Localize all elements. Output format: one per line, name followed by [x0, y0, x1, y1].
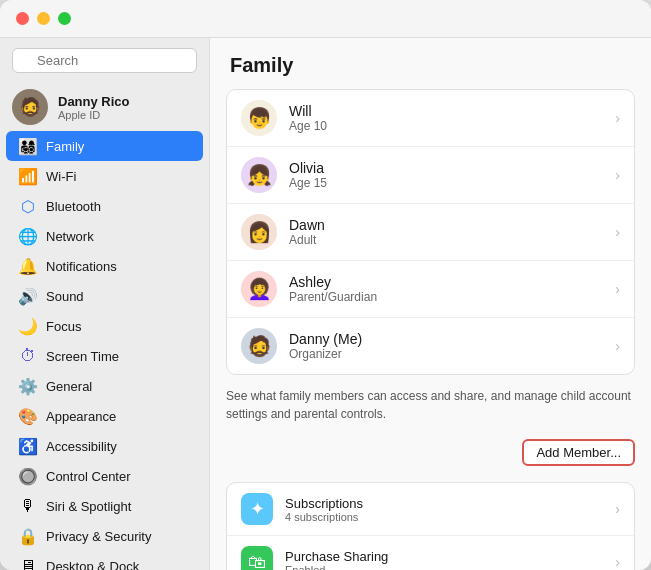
service-sub: Enabled	[285, 564, 615, 571]
desktop-icon: 🖥	[18, 556, 38, 570]
settings-window: 🔍 🧔 Danny Rico Apple ID 👨‍👩‍👧‍👦 Family 📶	[0, 0, 651, 570]
sidebar-item-privacy[interactable]: 🔒 Privacy & Security	[6, 521, 203, 551]
family-icon: 👨‍👩‍👧‍👦	[18, 136, 38, 156]
service-subscriptions[interactable]: ✦ Subscriptions 4 subscriptions ›	[227, 483, 634, 536]
traffic-lights	[16, 12, 71, 25]
member-name: Will	[289, 103, 615, 119]
chevron-icon: ›	[615, 338, 620, 354]
search-wrapper: 🔍	[12, 48, 197, 73]
member-avatar-ashley: 👩‍🦱	[241, 271, 277, 307]
siri-icon: 🎙	[18, 496, 38, 516]
titlebar	[0, 0, 651, 38]
wifi-icon: 📶	[18, 166, 38, 186]
main-panel-inner: Family 👦 Will Age 10 › 👧	[210, 38, 651, 570]
add-member-button[interactable]: Add Member...	[522, 439, 635, 466]
member-avatar-danny: 🧔	[241, 328, 277, 364]
chevron-icon: ›	[615, 224, 620, 240]
family-member-dawn[interactable]: 👩 Dawn Adult ›	[227, 204, 634, 261]
sidebar-item-label: Notifications	[46, 259, 117, 274]
services-list: ✦ Subscriptions 4 subscriptions › 🛍 Purc…	[226, 482, 635, 570]
service-name: Subscriptions	[285, 496, 615, 511]
purchase-sharing-icon: 🛍	[241, 546, 273, 570]
family-members-list: 👦 Will Age 10 › 👧 Olivia Age 15	[226, 89, 635, 375]
sidebar-item-wifi[interactable]: 📶 Wi-Fi	[6, 161, 203, 191]
sidebar-item-siri[interactable]: 🎙 Siri & Spotlight	[6, 491, 203, 521]
member-avatar-will: 👦	[241, 100, 277, 136]
service-purchase-sharing[interactable]: 🛍 Purchase Sharing Enabled ›	[227, 536, 634, 570]
sidebar-item-focus[interactable]: 🌙 Focus	[6, 311, 203, 341]
member-name: Danny (Me)	[289, 331, 615, 347]
main-panel: Family 👦 Will Age 10 › 👧	[210, 38, 651, 570]
member-role: Organizer	[289, 347, 615, 361]
sidebar-item-label: Control Center	[46, 469, 131, 484]
member-avatar-olivia: 👧	[241, 157, 277, 193]
sidebar-item-label: Accessibility	[46, 439, 117, 454]
user-subtitle: Apple ID	[58, 109, 130, 121]
sidebar-item-bluetooth[interactable]: ⬡ Bluetooth	[6, 191, 203, 221]
notifications-icon: 🔔	[18, 256, 38, 276]
member-role: Parent/Guardian	[289, 290, 615, 304]
sidebar-item-accessibility[interactable]: ♿ Accessibility	[6, 431, 203, 461]
chevron-icon: ›	[615, 110, 620, 126]
screentime-icon: ⏱	[18, 346, 38, 366]
sidebar-item-notifications[interactable]: 🔔 Notifications	[6, 251, 203, 281]
bluetooth-icon: ⬡	[18, 196, 38, 216]
sidebar-item-general[interactable]: ⚙️ General	[6, 371, 203, 401]
sidebar-item-label: Siri & Spotlight	[46, 499, 131, 514]
search-container: 🔍	[0, 48, 209, 83]
close-button[interactable]	[16, 12, 29, 25]
member-name: Ashley	[289, 274, 615, 290]
description-text: See what family members can access and s…	[210, 375, 651, 435]
member-role: Adult	[289, 233, 615, 247]
sidebar-item-label: Screen Time	[46, 349, 119, 364]
sidebar-item-label: Family	[46, 139, 84, 154]
maximize-button[interactable]	[58, 12, 71, 25]
sidebar-item-label: Focus	[46, 319, 81, 334]
sidebar-item-label: Bluetooth	[46, 199, 101, 214]
chevron-icon: ›	[615, 501, 620, 517]
minimize-button[interactable]	[37, 12, 50, 25]
general-icon: ⚙️	[18, 376, 38, 396]
service-sub: 4 subscriptions	[285, 511, 615, 523]
chevron-icon: ›	[615, 167, 620, 183]
sidebar-item-label: Sound	[46, 289, 84, 304]
sidebar-item-desktopanddock[interactable]: 🖥 Desktop & Dock	[6, 551, 203, 570]
sidebar-item-network[interactable]: 🌐 Network	[6, 221, 203, 251]
sidebar: 🔍 🧔 Danny Rico Apple ID 👨‍👩‍👧‍👦 Family 📶	[0, 38, 210, 570]
sidebar-item-label: Wi-Fi	[46, 169, 76, 184]
user-name: Danny Rico	[58, 94, 130, 109]
member-name: Dawn	[289, 217, 615, 233]
controlcenter-icon: 🔘	[18, 466, 38, 486]
privacy-icon: 🔒	[18, 526, 38, 546]
member-role: Age 15	[289, 176, 615, 190]
add-member-row: Add Member...	[210, 435, 651, 476]
sidebar-item-label: Privacy & Security	[46, 529, 151, 544]
sidebar-item-screentime[interactable]: ⏱ Screen Time	[6, 341, 203, 371]
member-avatar-dawn: 👩	[241, 214, 277, 250]
page-title: Family	[210, 38, 651, 89]
sidebar-item-family[interactable]: 👨‍👩‍👧‍👦 Family	[6, 131, 203, 161]
family-member-danny[interactable]: 🧔 Danny (Me) Organizer ›	[227, 318, 634, 374]
sidebar-item-sound[interactable]: 🔊 Sound	[6, 281, 203, 311]
accessibility-icon: ♿	[18, 436, 38, 456]
search-input[interactable]	[12, 48, 197, 73]
member-role: Age 10	[289, 119, 615, 133]
user-profile[interactable]: 🧔 Danny Rico Apple ID	[0, 83, 209, 131]
sidebar-item-label: Network	[46, 229, 94, 244]
network-icon: 🌐	[18, 226, 38, 246]
sound-icon: 🔊	[18, 286, 38, 306]
sidebar-item-label: Desktop & Dock	[46, 559, 139, 571]
member-name: Olivia	[289, 160, 615, 176]
sidebar-item-label: Appearance	[46, 409, 116, 424]
sidebar-item-controlcenter[interactable]: 🔘 Control Center	[6, 461, 203, 491]
subscriptions-icon: ✦	[241, 493, 273, 525]
appearance-icon: 🎨	[18, 406, 38, 426]
family-member-ashley[interactable]: 👩‍🦱 Ashley Parent/Guardian ›	[227, 261, 634, 318]
family-member-olivia[interactable]: 👧 Olivia Age 15 ›	[227, 147, 634, 204]
focus-icon: 🌙	[18, 316, 38, 336]
sidebar-item-appearance[interactable]: 🎨 Appearance	[6, 401, 203, 431]
sidebar-item-label: General	[46, 379, 92, 394]
content-area: 🔍 🧔 Danny Rico Apple ID 👨‍👩‍👧‍👦 Family 📶	[0, 38, 651, 570]
chevron-icon: ›	[615, 554, 620, 570]
family-member-will[interactable]: 👦 Will Age 10 ›	[227, 90, 634, 147]
